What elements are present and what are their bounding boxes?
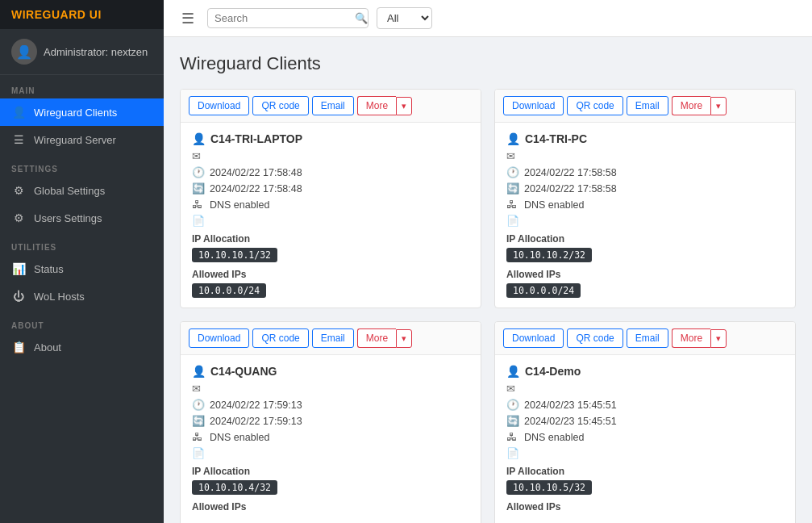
download-button-2[interactable]: Download <box>189 328 249 348</box>
more-button-0[interactable]: More <box>357 96 396 115</box>
client-file-row-1: 📄 <box>506 215 784 227</box>
ip-alloc-label-2: IP Allocation <box>192 466 469 477</box>
hamburger-button[interactable]: ☰ <box>177 8 199 29</box>
clients-grid: Download QR code Email More ▾ 👤 C14-TRI-… <box>180 89 796 523</box>
email-icon-3: ✉ <box>506 383 519 395</box>
search-input[interactable] <box>214 12 350 24</box>
qr-code-button-1[interactable]: QR code <box>567 96 623 115</box>
email-icon-2: ✉ <box>192 383 205 395</box>
client-email-row-1: ✉ <box>506 150 784 162</box>
user-info: 👤 Administrator: nextzen <box>0 29 164 75</box>
email-button-2[interactable]: Email <box>312 328 354 348</box>
client-updated-row-3: 🔄 2024/02/23 15:45:51 <box>506 415 784 427</box>
sidebar-item-status[interactable]: 📊 Status <box>0 255 164 282</box>
sidebar-item-label: Global Settings <box>34 185 105 197</box>
email-icon-1: ✉ <box>506 150 519 162</box>
more-split-3: More ▾ <box>672 328 727 348</box>
sidebar-item-label: Wireguard Clients <box>34 107 117 119</box>
brand-logo: WIREGUARD UI <box>0 0 164 29</box>
file-icon-0: 📄 <box>192 215 205 227</box>
download-button-1[interactable]: Download <box>503 96 564 115</box>
email-button-1[interactable]: Email <box>627 96 668 115</box>
card-body-1: 👤 C14-TRI-PC ✉ 🕐 2024/02/22 17:58:58 🔄 2… <box>495 123 795 308</box>
download-button-3[interactable]: Download <box>503 328 564 348</box>
user-label: Administrator: nextzen <box>44 46 148 58</box>
sidebar-item-about[interactable]: 📋 About <box>0 333 164 361</box>
client-created-row-2: 🕐 2024/02/22 17:59:13 <box>192 399 469 411</box>
client-dns-row-0: 🖧 DNS enabled <box>192 199 469 211</box>
sidebar: WIREGUARD UI 👤 Administrator: nextzen MA… <box>0 0 164 523</box>
page-title: Wireguard Clients <box>180 53 796 74</box>
clock-icon-1: 🕐 <box>506 166 519 178</box>
client-dns-row-1: 🖧 DNS enabled <box>506 199 784 211</box>
sidebar-item-users-settings[interactable]: ⚙ Users Settings <box>0 204 164 232</box>
user-icon-1: 👤 <box>506 132 520 145</box>
client-name-3: 👤 C14-Demo <box>506 365 784 378</box>
sidebar-item-global-settings[interactable]: ⚙ Global Settings <box>0 177 164 204</box>
qr-code-button-3[interactable]: QR code <box>567 328 623 348</box>
client-card-3: Download QR code Email More ▾ 👤 C14-Demo… <box>494 321 796 523</box>
client-name-0: 👤 C14-TRI-LAPTOP <box>192 132 469 145</box>
client-created-row-3: 🕐 2024/02/23 15:45:51 <box>506 399 784 411</box>
email-icon-0: ✉ <box>192 150 205 162</box>
more-caret-3[interactable]: ▾ <box>710 329 727 348</box>
user-icon: 👤 <box>192 132 206 145</box>
client-dns-row-3: 🖧 DNS enabled <box>506 431 784 443</box>
ip-allocation-badge-2: 10.10.10.4/32 <box>192 480 277 495</box>
sidebar-item-label: Status <box>34 263 64 275</box>
refresh-icon-2: 🔄 <box>192 415 205 427</box>
more-button-2[interactable]: More <box>357 328 396 348</box>
sidebar-item-label: WoL Hosts <box>34 291 85 303</box>
client-email-row-3: ✉ <box>506 383 784 395</box>
more-caret-2[interactable]: ▾ <box>396 329 412 348</box>
client-created-row-0: 🕐 2024/02/22 17:58:48 <box>192 166 469 178</box>
allowed-ips-label-0: Allowed IPs <box>192 269 469 280</box>
filter-select[interactable]: All <box>377 7 432 29</box>
qr-code-button-2[interactable]: QR code <box>252 328 308 348</box>
more-split-1: More ▾ <box>672 96 727 115</box>
email-button-3[interactable]: Email <box>627 328 668 348</box>
more-caret-1[interactable]: ▾ <box>710 97 727 115</box>
qr-code-button-0[interactable]: QR code <box>252 96 308 115</box>
sidebar-item-label: Users Settings <box>34 212 102 224</box>
sidebar-item-wol-hosts[interactable]: ⏻ WoL Hosts <box>0 282 164 310</box>
info-icon: 📋 <box>11 341 26 354</box>
sidebar-item-label: Wireguard Server <box>34 134 116 146</box>
dns-icon-1: 🖧 <box>506 199 519 211</box>
server-icon: ☰ <box>11 133 26 146</box>
chart-icon: 📊 <box>11 262 26 275</box>
download-button-0[interactable]: Download <box>189 96 249 115</box>
sidebar-item-wireguard-server[interactable]: ☰ Wireguard Server <box>0 126 164 153</box>
client-updated-row-2: 🔄 2024/02/22 17:59:13 <box>192 415 469 427</box>
card-body-3: 👤 C14-Demo ✉ 🕐 2024/02/23 15:45:51 🔄 202… <box>495 355 795 523</box>
section-settings-label: SETTINGS <box>0 153 164 177</box>
client-card-2: Download QR code Email More ▾ 👤 C14-QUAN… <box>180 321 481 523</box>
client-email-row-0: ✉ <box>192 150 469 162</box>
ip-alloc-label-1: IP Allocation <box>506 233 784 245</box>
more-button-3[interactable]: More <box>672 328 710 348</box>
clock-icon-0: 🕐 <box>192 166 205 178</box>
refresh-icon-3: 🔄 <box>506 415 519 427</box>
clock-icon-2: 🕐 <box>192 399 205 411</box>
users-icon: 👤 <box>11 106 26 119</box>
email-button-0[interactable]: Email <box>312 96 354 115</box>
client-email-row-2: ✉ <box>192 383 469 395</box>
file-icon-2: 📄 <box>192 447 205 459</box>
refresh-icon-0: 🔄 <box>192 182 205 195</box>
allowed-ips-badge-0: 10.0.0.0/24 <box>192 283 266 298</box>
gear-icon-2: ⚙ <box>11 211 26 224</box>
search-icon: 🔍 <box>355 12 368 24</box>
dns-icon-3: 🖧 <box>506 431 519 443</box>
dns-icon-0: 🖧 <box>192 199 205 211</box>
ip-alloc-label-0: IP Allocation <box>192 233 469 245</box>
more-caret-0[interactable]: ▾ <box>396 97 412 115</box>
more-button-1[interactable]: More <box>672 96 710 115</box>
avatar: 👤 <box>11 39 37 65</box>
user-icon-3: 👤 <box>506 365 520 378</box>
file-icon-1: 📄 <box>506 215 519 227</box>
sidebar-item-wireguard-clients[interactable]: 👤 Wireguard Clients <box>0 98 164 126</box>
client-card-0: Download QR code Email More ▾ 👤 C14-TRI-… <box>180 89 481 308</box>
client-updated-row-0: 🔄 2024/02/22 17:58:48 <box>192 182 469 195</box>
allowed-ips-label-3: Allowed IPs <box>506 501 784 513</box>
gear-icon: ⚙ <box>11 184 26 197</box>
